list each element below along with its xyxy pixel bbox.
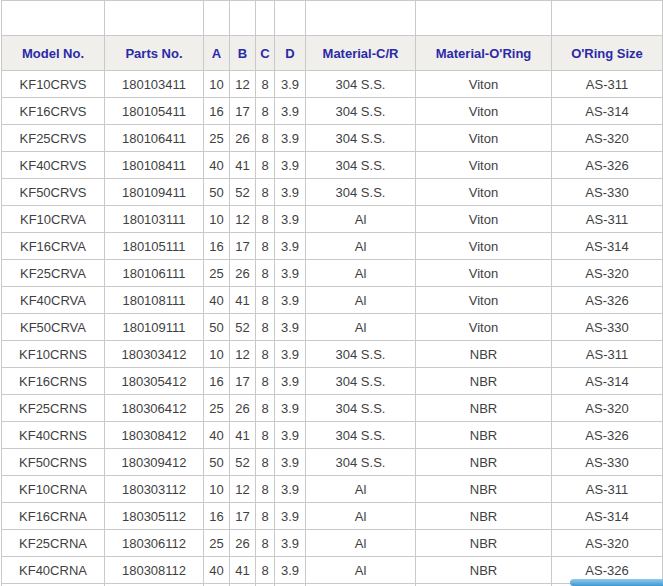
cell-a: 50 [204,314,230,341]
cell-a: 16 [204,233,230,260]
cell-material_oring: Viton [416,152,552,179]
cell-a: 16 [204,98,230,125]
cell-model_no: KF16CRVS [2,98,105,125]
cell-b: 41 [230,152,256,179]
cell-model_no: KF40CRNA [2,557,105,584]
cell-b: 26 [230,395,256,422]
cell-parts_no: 180305412 [105,368,204,395]
cell-d: 3.9 [275,395,306,422]
cell-model_no: KF10CRNS [2,341,105,368]
cell-a: 10 [204,206,230,233]
cell-c: 8 [256,476,275,503]
cell-parts_no: 180106411 [105,125,204,152]
cell-material_oring: NBR [416,530,552,557]
cell-oring_size: AS-314 [552,98,663,125]
column-header-d: D [275,36,306,71]
cell-material_oring: Viton [416,98,552,125]
cell-model_no: KF25CRVA [2,260,105,287]
cell-model_no: KF40CRVS [2,152,105,179]
cell-d: 3.9 [275,476,306,503]
cell-oring_size: AS-311 [552,71,663,98]
cell-material_cr: Al [306,530,416,557]
cell-oring_size: AS-314 [552,368,663,395]
cell-c: 8 [256,449,275,476]
column-header-a: A [204,36,230,71]
cell-parts_no: 180303412 [105,341,204,368]
cell-parts_no: 180105411 [105,98,204,125]
cell-b: 12 [230,71,256,98]
clipped-cell [416,1,552,36]
column-header-parts-no: Parts No. [105,36,204,71]
cell-parts_no: 180106111 [105,260,204,287]
cell-oring_size: AS-320 [552,395,663,422]
cell-b: 52 [230,449,256,476]
horizontal-scrollbar-thumb[interactable] [570,579,663,586]
cell-c: 8 [256,422,275,449]
cell-material_oring: NBR [416,503,552,530]
cell-material_cr: 304 S.S. [306,152,416,179]
cell-c: 8 [256,98,275,125]
cell-material_oring: Viton [416,287,552,314]
cell-c: 8 [256,503,275,530]
cell-a: 16 [204,368,230,395]
cell-model_no: KF25CRNA [2,530,105,557]
cell-material_cr: 304 S.S. [306,341,416,368]
cell-material_cr: 304 S.S. [306,179,416,206]
cell-material_cr: Al [306,314,416,341]
cell-material_oring: NBR [416,395,552,422]
cell-parts_no: 180309412 [105,449,204,476]
cell-material_cr: 304 S.S. [306,98,416,125]
table-row: KF10CRNS180303412101283.9304 S.S.NBRAS-3… [2,341,663,368]
header-row: Model No. Parts No. A B C D Material-C/R… [2,36,663,71]
cell-c: 8 [256,287,275,314]
cell-b: 17 [230,368,256,395]
cell-b: 52 [230,314,256,341]
cell-oring_size: AS-320 [552,260,663,287]
cell-b: 17 [230,233,256,260]
cell-b: 41 [230,557,256,584]
cell-oring_size: AS-320 [552,530,663,557]
cell-material_oring: Viton [416,71,552,98]
cell-material_oring: NBR [416,476,552,503]
table-row: KF50CRNS180309412505283.9304 S.S.NBRAS-3… [2,449,663,476]
cell-oring_size: AS-311 [552,341,663,368]
cell-d: 3.9 [275,368,306,395]
cell-parts_no: 180308112 [105,557,204,584]
cell-material_oring: NBR [416,557,552,584]
cell-material_oring: NBR [416,341,552,368]
cell-parts_no: 180103111 [105,206,204,233]
cell-oring_size: AS-330 [552,179,663,206]
cell-d: 3.9 [275,98,306,125]
cell-material_cr: Al [306,233,416,260]
column-header-model-no: Model No. [2,36,105,71]
cell-a: 25 [204,395,230,422]
cell-d: 3.9 [275,530,306,557]
cell-material_oring: Viton [416,206,552,233]
cell-a: 40 [204,152,230,179]
cell-material_cr: 304 S.S. [306,449,416,476]
cell-b: 26 [230,260,256,287]
cell-c: 8 [256,260,275,287]
clipped-cell [2,1,105,36]
cell-material_cr: 304 S.S. [306,422,416,449]
cell-d: 3.9 [275,71,306,98]
cell-d: 3.9 [275,422,306,449]
table-row: KF25CRNS180306412252683.9304 S.S.NBRAS-3… [2,395,663,422]
cell-parts_no: 180103411 [105,71,204,98]
cell-parts_no: 180108111 [105,287,204,314]
cell-oring_size: AS-311 [552,476,663,503]
table-row: KF16CRNA180305112161783.9AlNBRAS-314 [2,503,663,530]
cell-material_cr: Al [306,260,416,287]
table-row: KF10CRVS180103411101283.9304 S.S.VitonAS… [2,71,663,98]
column-header-material-cr: Material-C/R [306,36,416,71]
cell-a: 40 [204,422,230,449]
cell-model_no: KF10CRVS [2,71,105,98]
cell-material_cr: 304 S.S. [306,395,416,422]
cell-c: 8 [256,125,275,152]
table-row: KF40CRNS180308412404183.9304 S.S.NBRAS-3… [2,422,663,449]
cell-material_cr: Al [306,287,416,314]
table-body: KF10CRVS180103411101283.9304 S.S.VitonAS… [2,71,663,586]
cell-a: 50 [204,179,230,206]
table-row: KF40CRVS180108411404183.9304 S.S.VitonAS… [2,152,663,179]
cell-b: 12 [230,476,256,503]
